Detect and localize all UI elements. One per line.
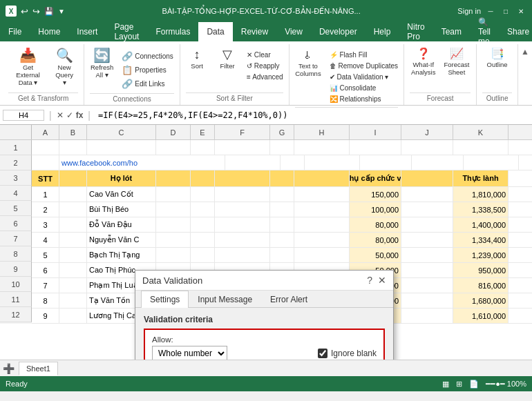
cell-c6[interactable]: Đỗ Văn Đậu [87,217,156,232]
cell-j12[interactable] [401,309,453,323]
cell-i5[interactable]: 100,000 [350,202,401,217]
tab-developer[interactable]: Developer [311,22,365,41]
cell-i8[interactable]: 50,000 [350,248,401,262]
cell-h8[interactable] [294,248,350,262]
cell-c8[interactable]: Bạch Thị Tạng [87,248,156,262]
cell-a9[interactable]: 6 [32,263,59,277]
cell-h4[interactable] [294,187,350,202]
cell-e4[interactable] [191,187,215,202]
share-btn[interactable]: Share [499,22,532,41]
cell-g1[interactable] [270,140,294,155]
dialog-close-icon[interactable]: ✕ [378,275,386,286]
cell-b7[interactable] [59,233,87,247]
cell-j6[interactable] [401,217,453,232]
tab-help[interactable]: Help [365,22,399,41]
save-icon[interactable]: 💾 [44,7,54,16]
dialog-tab-input-message[interactable]: Input Message [189,291,261,308]
dialog-help-icon[interactable]: ? [367,275,372,286]
cell-f2[interactable] [225,155,281,170]
col-D[interactable]: D [156,125,191,139]
cell-i6[interactable]: 80,000 [350,217,401,232]
minimize-btn[interactable]: ─ [485,6,496,16]
tab-file[interactable]: File [0,22,30,41]
cell-k1[interactable] [453,140,509,155]
new-query-btn[interactable]: 🔍 NewQuery ▾ [50,47,78,88]
col-C[interactable]: C [87,125,156,139]
what-if-btn[interactable]: ❓ What-IfAnalysis [408,47,438,77]
tab-team[interactable]: Team [433,22,470,41]
allow-select[interactable]: Whole number [152,346,227,360]
cell-b12[interactable] [59,309,87,323]
undo-icon[interactable]: ↩ [21,6,28,17]
col-H[interactable]: H [294,125,350,139]
cell-j5[interactable] [401,202,453,217]
cell-b10[interactable] [59,278,87,293]
cell-a4[interactable]: 1 [32,187,59,202]
tell-me-link[interactable]: 🔍 Tell me [470,22,499,41]
cell-f1[interactable] [215,140,270,155]
cell-b9[interactable] [59,263,87,277]
cell-e1[interactable] [191,140,215,155]
cell-k11[interactable]: 1,680,000 [453,293,509,308]
cell-a3[interactable]: STT [32,170,59,186]
remove-duplicates-btn[interactable]: 🗑 Remove Duplicates [327,61,401,71]
cell-b3[interactable] [59,170,87,186]
cell-g5[interactable] [270,202,294,217]
cell-f8[interactable] [215,248,270,262]
sheet-tab-1[interactable]: Sheet1 [19,362,58,375]
col-J[interactable]: J [401,125,453,139]
cell-e6[interactable] [191,217,215,232]
add-sheet-btn[interactable]: ➕ [3,363,15,374]
cell-e7[interactable] [191,233,215,247]
properties-btn[interactable]: 📋 Properties [119,63,176,77]
refresh-all-btn[interactable]: 🔄 RefreshAll ▾ [88,47,116,80]
relationships-btn[interactable]: 🔀 Relationships [327,94,401,104]
cell-k6[interactable]: 1,400,000 [453,217,509,232]
cell-f5[interactable] [215,202,270,217]
cell-f6[interactable] [215,217,270,232]
cell-g2[interactable] [281,155,305,170]
cell-k12[interactable]: 1,610,000 [453,309,509,323]
cell-g3[interactable] [270,170,294,186]
tab-review[interactable]: Review [233,22,276,41]
cell-i2[interactable] [360,155,412,170]
cell-reference[interactable] [3,110,44,121]
sign-in-link[interactable]: Sign in [457,7,481,15]
cell-j3[interactable] [401,170,453,186]
col-B[interactable]: B [59,125,87,139]
cell-i3[interactable]: Phụ cấp chức vụ [350,170,401,186]
view-page-layout-icon[interactable]: ⊞ [456,380,462,389]
cell-k9[interactable]: 950,000 [453,263,509,277]
cell-d4[interactable] [156,187,191,202]
redo-icon[interactable]: ↪ [32,6,40,17]
cell-g7[interactable] [270,233,294,247]
cell-c5[interactable]: Bùi Thị Béo [87,202,156,217]
cell-j1[interactable] [401,140,453,155]
edit-links-btn[interactable]: 🔗 Edit Links [119,77,176,90]
col-E[interactable]: E [191,125,215,139]
cell-b8[interactable] [59,248,87,262]
cell-g4[interactable] [270,187,294,202]
cell-b5[interactable] [59,202,87,217]
cell-b6[interactable] [59,217,87,232]
cell-j9[interactable] [401,263,453,277]
dialog-tab-error-alert[interactable]: Error Alert [261,291,316,308]
tab-data[interactable]: Data [198,22,232,41]
cell-a7[interactable]: 4 [32,233,59,247]
col-G[interactable]: G [270,125,294,139]
tab-home[interactable]: Home [30,22,68,41]
cell-k2[interactable] [464,155,519,170]
sort-btn[interactable]: ↕ Sort [183,47,211,71]
data-validation-btn[interactable]: ✔ Data Validation ▾ [327,72,401,82]
cell-a1[interactable] [32,140,59,155]
advanced-btn[interactable]: ≡ Advanced [244,72,286,82]
cell-f7[interactable] [215,233,270,247]
cell-j7[interactable] [401,233,453,247]
col-I[interactable]: I [350,125,401,139]
col-K[interactable]: K [453,125,509,139]
cell-f4[interactable] [215,187,270,202]
cell-d7[interactable] [156,233,191,247]
ignore-blank-checkbox[interactable] [318,349,327,358]
cell-h5[interactable] [294,202,350,217]
cell-c7[interactable]: Nguyễn Văn C [87,233,156,247]
